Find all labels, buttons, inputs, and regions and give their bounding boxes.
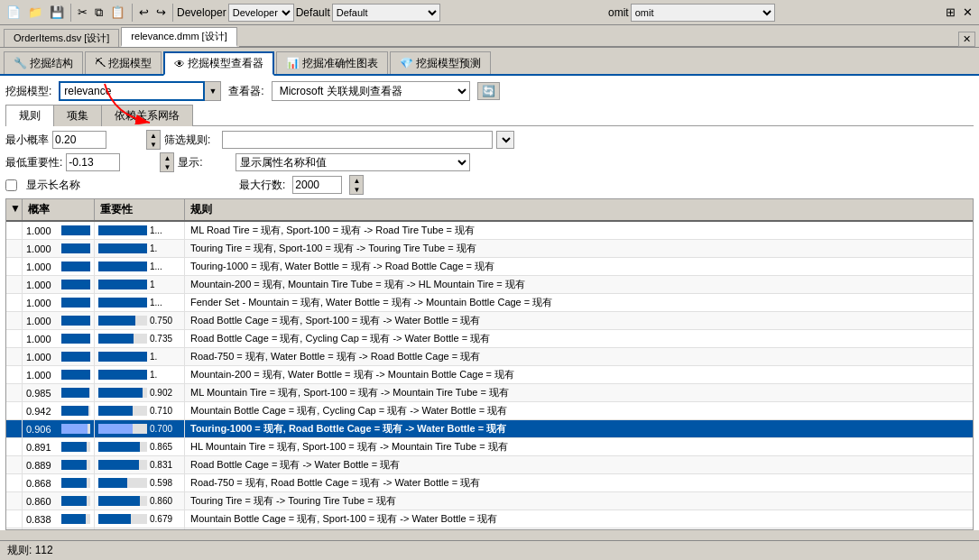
- environment-select[interactable]: Developer: [228, 4, 294, 22]
- min-importance-spinner[interactable]: ▲ ▼: [160, 152, 174, 172]
- tab-mining-prediction[interactable]: 💎 挖掘模型预测: [390, 51, 491, 74]
- toolbar-copy[interactable]: ⧉: [92, 3, 106, 23]
- table-row[interactable]: 1.0001.Road-750 = 现有, Water Bottle = 现有 …: [6, 348, 973, 366]
- table-row[interactable]: 0.9060.700Touring-1000 = 现有, Road Bottle…: [6, 420, 973, 438]
- show-long-label: 显示长名称: [26, 178, 80, 193]
- show-long-name-checkbox[interactable]: [5, 179, 17, 191]
- table-row[interactable]: 1.0001Mountain-200 = 现有, Mountain Tire T…: [6, 276, 973, 294]
- toolbar-save[interactable]: 💾: [47, 3, 67, 22]
- tab-mining-accuracy[interactable]: 📊 挖掘准确性图表: [276, 51, 388, 74]
- table-row[interactable]: 0.9850.902ML Mountain Tire = 现有, Sport-1…: [6, 384, 973, 402]
- table-row[interactable]: 0.8910.865HL Mountain Tire = 现有, Sport-1…: [6, 438, 973, 456]
- display-select[interactable]: 显示属性名称和值: [236, 153, 470, 171]
- default-select[interactable]: Default: [332, 4, 440, 22]
- sub-tab-itemset[interactable]: 项集: [54, 105, 102, 126]
- table-row[interactable]: 0.8890.831Road Bottle Cage = 现有 -> Water…: [6, 456, 973, 474]
- toolbar-separator2: [132, 4, 133, 22]
- main-tab-bar: 🔧 挖掘结构 ⛏ 挖掘模型 👁 挖掘模型查看器 📊 挖掘准确性图表 💎 挖掘模型…: [0, 48, 979, 76]
- max-rows-label: 最大行数:: [239, 178, 285, 193]
- content-area: 挖掘模型: ▼ 查看器: Microsoft 关联规则查看器 🔄 规则 项集 依…: [0, 76, 979, 530]
- toolbar-undo[interactable]: ↩: [136, 3, 152, 22]
- rules-table-container: ▼ 概率 重要性 规则 1.0001...ML Road Tire = 现有, …: [5, 198, 974, 530]
- toolbar-separator3: [172, 4, 173, 22]
- filter-rules-label: 筛选规则:: [164, 133, 218, 148]
- toolbar-redo[interactable]: ↪: [153, 3, 169, 22]
- table-row[interactable]: 1.0001...Fender Set - Mountain = 现有, Wat…: [6, 294, 973, 312]
- min-prob-input[interactable]: [52, 131, 106, 149]
- filter-area2: 最低重要性: ▲ ▼ 显示: 显示属性名称和值: [5, 152, 974, 172]
- th-prob[interactable]: 概率: [23, 199, 95, 220]
- toolbar-open[interactable]: 📁: [25, 3, 45, 22]
- max-rows-spinner[interactable]: ▲ ▼: [349, 175, 364, 195]
- max-rows-input[interactable]: [292, 176, 342, 194]
- filter-area: 最小概率 ▲ ▼ 筛选规则:: [5, 130, 974, 150]
- th-filter[interactable]: ▼: [6, 199, 23, 220]
- tab-mining-structure[interactable]: 🔧 挖掘结构: [4, 51, 83, 74]
- table-body: 1.0001...ML Road Tire = 现有, Sport-100 = …: [6, 222, 973, 530]
- table-row[interactable]: 0.8380.679Mountain Bottle Cage = 现有, Spo…: [6, 510, 973, 528]
- th-importance[interactable]: 重要性: [95, 199, 185, 220]
- omit-select[interactable]: omit: [631, 4, 775, 22]
- table-row[interactable]: 1.0001...Touring-1000 = 现有, Water Bottle…: [6, 258, 973, 276]
- table-row[interactable]: 0.8680.598Road-750 = 现有, Road Bottle Cag…: [6, 474, 973, 492]
- doc-tab-relevance[interactable]: relevance.dmm [设计]: [121, 27, 236, 47]
- min-prob-spinner[interactable]: ▲ ▼: [146, 130, 161, 150]
- filter-rules-select[interactable]: [496, 131, 514, 149]
- table-row[interactable]: 0.8360.818Road-750 = 现有 -> Water Bottle …: [6, 528, 973, 530]
- mining-accuracy-icon: 📊: [286, 57, 300, 69]
- th-rule[interactable]: 规则: [185, 199, 973, 220]
- win-icons[interactable]: ⊞: [943, 3, 958, 22]
- model-dropdown-btn[interactable]: ▼: [205, 81, 221, 101]
- tab-mining-viewer[interactable]: 👁 挖掘模型查看器: [163, 51, 274, 76]
- table-row[interactable]: 1.0001.Mountain-200 = 现有, Water Bottle =…: [6, 366, 973, 384]
- sub-tab-dependency[interactable]: 依赖关系网络: [102, 105, 193, 126]
- table-row[interactable]: 1.0000.735Road Bottle Cage = 现有, Cycling…: [6, 330, 973, 348]
- omit-label: omit: [608, 6, 629, 19]
- win-close[interactable]: ✕: [960, 3, 975, 22]
- viewer-label: 查看器:: [228, 84, 263, 99]
- model-label: 挖掘模型:: [5, 84, 51, 99]
- table-row[interactable]: 1.0001...ML Road Tire = 现有, Sport-100 = …: [6, 222, 973, 240]
- environment-label: Developer: [177, 6, 226, 19]
- mining-viewer-icon: 👁: [174, 58, 185, 70]
- min-importance-label: 最低重要性:: [5, 155, 62, 170]
- sub-tab-bar: 规则 项集 依赖关系网络: [5, 105, 974, 126]
- status-text: 规则: 112: [7, 544, 53, 556]
- status-bar: 规则: 112: [0, 540, 979, 560]
- refresh-btn[interactable]: 🔄: [477, 82, 500, 100]
- default-label: Default: [296, 6, 330, 19]
- mining-prediction-icon: 💎: [400, 57, 413, 69]
- mining-structure-icon: 🔧: [14, 57, 27, 69]
- toolbar-new[interactable]: 📄: [4, 3, 23, 22]
- viewer-select[interactable]: Microsoft 关联规则查看器: [272, 81, 470, 101]
- table-row[interactable]: 1.0001.Touring Tire = 现有, Sport-100 = 现有…: [6, 240, 973, 258]
- tab-mining-model[interactable]: ⛏ 挖掘模型: [85, 51, 162, 74]
- table-header: ▼ 概率 重要性 规则: [6, 199, 973, 222]
- document-tab-bar: OrderItems.dsv [设计] relevance.dmm [设计] ✕: [0, 25, 979, 48]
- filter-rules-input[interactable]: [222, 131, 493, 149]
- model-row: 挖掘模型: ▼ 查看器: Microsoft 关联规则查看器 🔄: [5, 81, 974, 101]
- table-row[interactable]: 0.8600.860Touring Tire = 现有 -> Touring T…: [6, 492, 973, 510]
- toolbar-separator: [70, 4, 71, 22]
- filter-area3: 显示长名称 最大行数: ▲ ▼: [5, 175, 974, 195]
- close-doc-btn[interactable]: ✕: [958, 32, 975, 47]
- model-input[interactable]: [59, 81, 205, 101]
- toolbar-cut[interactable]: ✂: [75, 3, 90, 22]
- mining-model-icon: ⛏: [95, 57, 106, 69]
- min-prob-label: 最小概率: [5, 133, 49, 148]
- doc-tab-orderitems[interactable]: OrderItems.dsv [设计]: [4, 29, 119, 47]
- min-importance-input[interactable]: [66, 153, 120, 171]
- table-row[interactable]: 1.0000.750Road Bottle Cage = 现有, Sport-1…: [6, 312, 973, 330]
- model-combo: ▼: [59, 81, 221, 101]
- display-label: 显示:: [178, 155, 232, 170]
- viewer-combo: Microsoft 关联规则查看器: [272, 81, 470, 101]
- sub-tab-rules[interactable]: 规则: [5, 105, 54, 126]
- toolbar-paste[interactable]: 📋: [107, 3, 128, 22]
- table-row[interactable]: 0.9420.710Mountain Bottle Cage = 现有, Cyc…: [6, 402, 973, 420]
